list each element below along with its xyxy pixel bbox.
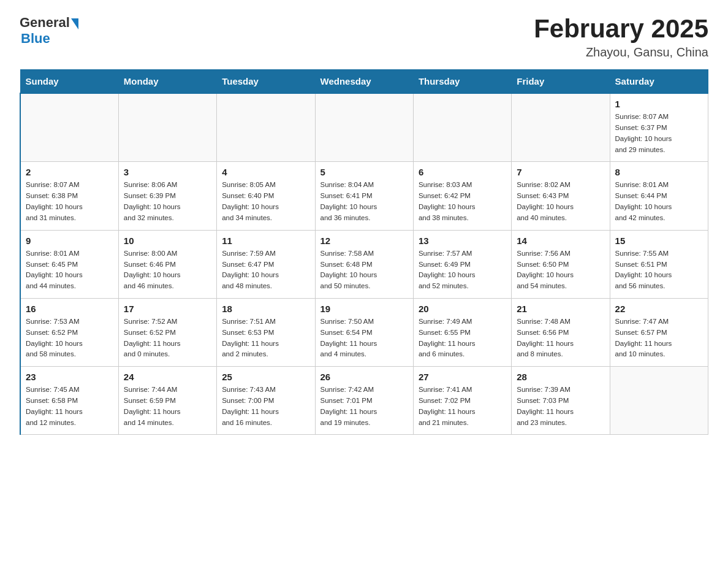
day-cell: 28Sunrise: 7:39 AM Sunset: 7:03 PM Dayli… [512, 367, 610, 435]
day-cell [610, 367, 708, 435]
day-cell [413, 93, 511, 162]
day-number: 28 [517, 372, 604, 382]
day-number: 14 [517, 236, 604, 246]
day-cell [217, 93, 315, 162]
day-number: 25 [222, 372, 309, 382]
day-number: 21 [517, 304, 604, 314]
day-cell: 6Sunrise: 8:03 AM Sunset: 6:42 PM Daylig… [413, 162, 511, 230]
day-number: 9 [26, 236, 113, 246]
day-number: 27 [419, 372, 506, 382]
day-cell: 9Sunrise: 8:01 AM Sunset: 6:45 PM Daylig… [20, 230, 118, 298]
day-cell: 21Sunrise: 7:48 AM Sunset: 6:56 PM Dayli… [512, 298, 610, 366]
day-cell: 10Sunrise: 8:00 AM Sunset: 6:46 PM Dayli… [118, 230, 216, 298]
day-number: 24 [124, 372, 211, 382]
day-cell: 11Sunrise: 7:59 AM Sunset: 6:47 PM Dayli… [217, 230, 315, 298]
day-info: Sunrise: 8:03 AM Sunset: 6:42 PM Dayligh… [419, 180, 506, 223]
day-cell: 19Sunrise: 7:50 AM Sunset: 6:54 PM Dayli… [315, 298, 413, 366]
logo-blue-text: Blue [21, 31, 50, 46]
day-cell: 17Sunrise: 7:52 AM Sunset: 6:52 PM Dayli… [118, 298, 216, 366]
day-number: 19 [320, 304, 408, 314]
day-cell [20, 93, 118, 162]
day-cell: 18Sunrise: 7:51 AM Sunset: 6:53 PM Dayli… [217, 298, 315, 366]
day-info: Sunrise: 8:06 AM Sunset: 6:39 PM Dayligh… [124, 180, 211, 223]
calendar-header: SundayMondayTuesdayWednesdayThursdayFrid… [20, 70, 708, 94]
day-info: Sunrise: 7:56 AM Sunset: 6:50 PM Dayligh… [517, 248, 604, 292]
day-number: 12 [320, 236, 408, 246]
day-cell [315, 93, 413, 162]
day-info: Sunrise: 7:53 AM Sunset: 6:52 PM Dayligh… [26, 316, 113, 360]
day-cell: 4Sunrise: 8:05 AM Sunset: 6:40 PM Daylig… [217, 162, 315, 230]
day-cell [512, 93, 610, 162]
title-block: February 2025 Zhayou, Gansu, China [534, 15, 708, 59]
page-header: General Blue February 2025 Zhayou, Gansu… [20, 15, 708, 59]
day-cell: 24Sunrise: 7:44 AM Sunset: 6:59 PM Dayli… [118, 367, 216, 435]
day-info: Sunrise: 7:58 AM Sunset: 6:48 PM Dayligh… [320, 248, 408, 292]
day-cell: 7Sunrise: 8:02 AM Sunset: 6:43 PM Daylig… [512, 162, 610, 230]
day-info: Sunrise: 7:39 AM Sunset: 7:03 PM Dayligh… [517, 385, 604, 428]
day-cell: 26Sunrise: 7:42 AM Sunset: 7:01 PM Dayli… [315, 367, 413, 435]
day-cell: 8Sunrise: 8:01 AM Sunset: 6:44 PM Daylig… [610, 162, 708, 230]
day-cell [118, 93, 216, 162]
day-info: Sunrise: 7:52 AM Sunset: 6:52 PM Dayligh… [124, 316, 211, 360]
week-row-4: 16Sunrise: 7:53 AM Sunset: 6:52 PM Dayli… [20, 298, 708, 366]
header-cell-thursday: Thursday [413, 70, 511, 94]
day-cell: 2Sunrise: 8:07 AM Sunset: 6:38 PM Daylig… [20, 162, 118, 230]
header-row: SundayMondayTuesdayWednesdayThursdayFrid… [20, 70, 708, 94]
day-number: 16 [26, 304, 113, 314]
day-info: Sunrise: 8:05 AM Sunset: 6:40 PM Dayligh… [222, 180, 309, 223]
day-cell: 16Sunrise: 7:53 AM Sunset: 6:52 PM Dayli… [20, 298, 118, 366]
calendar-body: 1Sunrise: 8:07 AM Sunset: 6:37 PM Daylig… [20, 93, 708, 435]
day-info: Sunrise: 7:49 AM Sunset: 6:55 PM Dayligh… [419, 316, 506, 360]
day-cell: 12Sunrise: 7:58 AM Sunset: 6:48 PM Dayli… [315, 230, 413, 298]
day-cell: 3Sunrise: 8:06 AM Sunset: 6:39 PM Daylig… [118, 162, 216, 230]
header-cell-monday: Monday [118, 70, 216, 94]
day-cell: 25Sunrise: 7:43 AM Sunset: 7:00 PM Dayli… [217, 367, 315, 435]
day-number: 4 [222, 167, 309, 177]
week-row-3: 9Sunrise: 8:01 AM Sunset: 6:45 PM Daylig… [20, 230, 708, 298]
day-number: 26 [320, 372, 408, 382]
day-info: Sunrise: 8:07 AM Sunset: 6:38 PM Dayligh… [26, 180, 113, 223]
day-number: 15 [615, 236, 703, 246]
day-number: 20 [419, 304, 506, 314]
day-info: Sunrise: 7:48 AM Sunset: 6:56 PM Dayligh… [517, 316, 604, 360]
day-info: Sunrise: 7:50 AM Sunset: 6:54 PM Dayligh… [320, 316, 408, 360]
day-number: 8 [615, 167, 703, 177]
day-cell: 23Sunrise: 7:45 AM Sunset: 6:58 PM Dayli… [20, 367, 118, 435]
day-number: 17 [124, 304, 211, 314]
logo-arrow-icon [71, 18, 78, 29]
day-number: 23 [26, 372, 113, 382]
day-number: 1 [615, 99, 703, 109]
header-cell-friday: Friday [512, 70, 610, 94]
day-number: 10 [124, 236, 211, 246]
day-info: Sunrise: 8:07 AM Sunset: 6:37 PM Dayligh… [615, 112, 703, 155]
day-info: Sunrise: 7:47 AM Sunset: 6:57 PM Dayligh… [615, 316, 703, 360]
day-info: Sunrise: 7:57 AM Sunset: 6:49 PM Dayligh… [419, 248, 506, 292]
month-title: February 2025 [534, 15, 708, 43]
day-info: Sunrise: 7:43 AM Sunset: 7:00 PM Dayligh… [222, 385, 309, 428]
day-cell: 14Sunrise: 7:56 AM Sunset: 6:50 PM Dayli… [512, 230, 610, 298]
logo-general-text: General [20, 15, 70, 31]
header-cell-saturday: Saturday [610, 70, 708, 94]
day-number: 18 [222, 304, 309, 314]
day-info: Sunrise: 8:01 AM Sunset: 6:45 PM Dayligh… [26, 248, 113, 292]
day-info: Sunrise: 7:44 AM Sunset: 6:59 PM Dayligh… [124, 385, 211, 428]
day-cell: 20Sunrise: 7:49 AM Sunset: 6:55 PM Dayli… [413, 298, 511, 366]
day-number: 2 [26, 167, 113, 177]
day-info: Sunrise: 7:55 AM Sunset: 6:51 PM Dayligh… [615, 248, 703, 292]
day-info: Sunrise: 7:41 AM Sunset: 7:02 PM Dayligh… [419, 385, 506, 428]
day-info: Sunrise: 7:42 AM Sunset: 7:01 PM Dayligh… [320, 385, 408, 428]
week-row-2: 2Sunrise: 8:07 AM Sunset: 6:38 PM Daylig… [20, 162, 708, 230]
day-info: Sunrise: 7:51 AM Sunset: 6:53 PM Dayligh… [222, 316, 309, 360]
week-row-1: 1Sunrise: 8:07 AM Sunset: 6:37 PM Daylig… [20, 93, 708, 162]
day-info: Sunrise: 7:59 AM Sunset: 6:47 PM Dayligh… [222, 248, 309, 292]
day-info: Sunrise: 8:01 AM Sunset: 6:44 PM Dayligh… [615, 180, 703, 223]
day-info: Sunrise: 8:04 AM Sunset: 6:41 PM Dayligh… [320, 180, 408, 223]
day-number: 7 [517, 167, 604, 177]
calendar-table: SundayMondayTuesdayWednesdayThursdayFrid… [20, 69, 708, 435]
day-info: Sunrise: 8:02 AM Sunset: 6:43 PM Dayligh… [517, 180, 604, 223]
logo: General Blue [20, 15, 78, 47]
day-number: 22 [615, 304, 703, 314]
day-cell: 27Sunrise: 7:41 AM Sunset: 7:02 PM Dayli… [413, 367, 511, 435]
day-info: Sunrise: 7:45 AM Sunset: 6:58 PM Dayligh… [26, 385, 113, 428]
day-cell: 13Sunrise: 7:57 AM Sunset: 6:49 PM Dayli… [413, 230, 511, 298]
